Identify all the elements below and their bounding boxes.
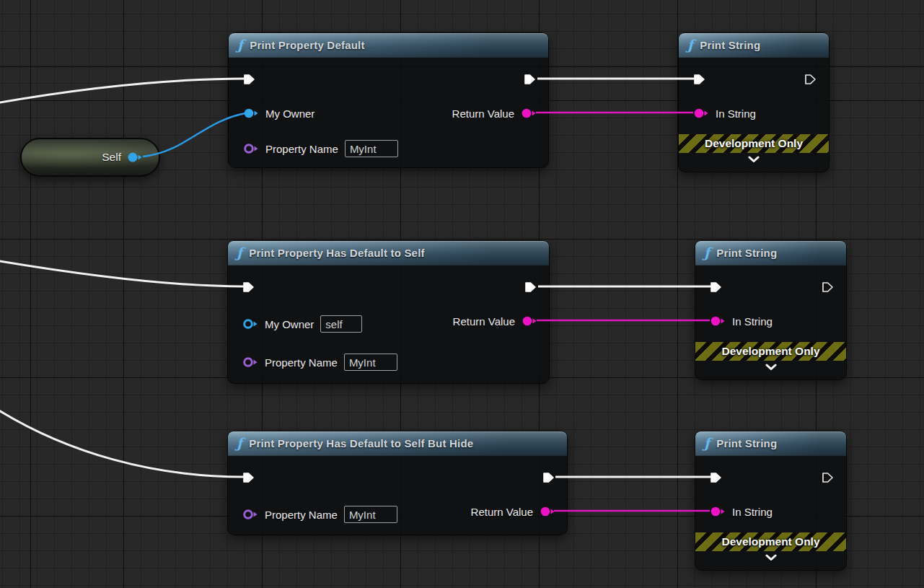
development-only-banner: Development Only (695, 342, 846, 361)
self-output-pin[interactable] (127, 151, 143, 164)
wire-exec-into-node2[interactable] (0, 260, 244, 286)
exec-input-pin[interactable] (242, 469, 255, 486)
node-title: Print String (716, 247, 777, 259)
exec-input-pin[interactable] (243, 71, 256, 88)
property-name-label: Property Name (265, 356, 338, 369)
function-icon: ƒ (704, 246, 710, 260)
return-value-pin[interactable] (540, 505, 555, 518)
function-icon: ƒ (237, 38, 243, 52)
my-owner-label: My Owner (265, 318, 314, 330)
exec-output-pin[interactable] (524, 71, 537, 88)
my-owner-pin[interactable] (243, 107, 259, 120)
in-string-pin[interactable] (710, 505, 726, 518)
exec-output-pin[interactable] (822, 469, 835, 486)
node-title: Print String (716, 437, 777, 449)
function-icon: ƒ (237, 436, 242, 450)
wire-exec-into-node3[interactable] (0, 408, 244, 477)
my-owner-label: My Owner (265, 107, 314, 120)
in-string-pin[interactable] (693, 107, 709, 120)
node-print-string-1[interactable]: ƒ Print String In String Development Onl… (678, 32, 830, 172)
node-title: Print Property Has Default to Self But H… (249, 437, 473, 449)
expand-chevron-icon[interactable] (679, 156, 829, 163)
node-header[interactable]: ƒ Print String (695, 241, 846, 266)
node-header[interactable]: ƒ Print Property Has Default to Self But… (228, 431, 567, 456)
blueprint-canvas[interactable]: Self ƒ Print Property Default (0, 0, 924, 588)
node-print-property-has-default-to-self[interactable]: ƒ Print Property Has Default to Self My … (227, 240, 550, 384)
return-value-label: Return Value (471, 506, 533, 518)
node-header[interactable]: ƒ Print String (679, 33, 829, 58)
property-name-label: Property Name (265, 509, 338, 521)
expand-chevron-icon[interactable] (695, 364, 846, 371)
property-name-input[interactable] (345, 140, 398, 157)
node-title: Print Property Default (250, 39, 364, 51)
expand-chevron-icon[interactable] (695, 554, 846, 561)
property-name-pin[interactable] (242, 508, 258, 521)
node-header[interactable]: ƒ Print Property Default (229, 33, 548, 58)
node-print-string-3[interactable]: ƒ Print String In String Development Onl… (695, 431, 847, 571)
node-header[interactable]: ƒ Print Property Has Default to Self (228, 241, 549, 266)
property-name-input[interactable] (344, 354, 397, 371)
exec-output-pin[interactable] (542, 469, 555, 486)
return-value-label: Return Value (452, 107, 514, 120)
property-name-input[interactable] (344, 506, 397, 523)
exec-input-pin[interactable] (693, 71, 706, 88)
return-value-pin[interactable] (522, 315, 537, 328)
node-self-variable[interactable]: Self (20, 138, 160, 177)
exec-output-pin[interactable] (524, 278, 537, 296)
exec-input-pin[interactable] (242, 278, 255, 296)
node-print-property-default[interactable]: ƒ Print Property Default My Owner Return… (228, 32, 549, 168)
node-print-property-has-default-to-self-but-hide[interactable]: ƒ Print Property Has Default to Self But… (227, 431, 568, 535)
development-only-banner: Development Only (679, 134, 829, 153)
exec-input-pin[interactable] (710, 278, 723, 296)
exec-output-pin[interactable] (822, 278, 835, 296)
node-print-string-2[interactable]: ƒ Print String In String Development Onl… (695, 240, 847, 380)
node-title: Print String (700, 39, 760, 51)
my-owner-pin[interactable] (242, 317, 258, 330)
development-only-banner: Development Only (695, 532, 846, 551)
in-string-label: In String (732, 315, 773, 328)
node-header[interactable]: ƒ Print String (695, 431, 846, 456)
property-name-pin[interactable] (243, 142, 259, 155)
my-owner-input[interactable] (320, 315, 362, 333)
exec-input-pin[interactable] (710, 469, 723, 486)
property-name-label: Property Name (265, 143, 338, 155)
in-string-pin[interactable] (710, 315, 726, 328)
function-icon: ƒ (687, 38, 693, 52)
return-value-label: Return Value (453, 315, 515, 328)
in-string-label: In String (732, 506, 773, 518)
in-string-label: In String (716, 107, 756, 120)
self-node-label: Self (102, 151, 121, 164)
property-name-pin[interactable] (242, 356, 258, 369)
exec-output-pin[interactable] (804, 71, 817, 88)
function-icon: ƒ (237, 246, 242, 260)
return-value-pin[interactable] (521, 107, 537, 120)
function-icon: ƒ (704, 436, 710, 450)
node-title: Print Property Has Default to Self (249, 247, 425, 259)
wire-exec-into-node1[interactable] (0, 79, 245, 103)
